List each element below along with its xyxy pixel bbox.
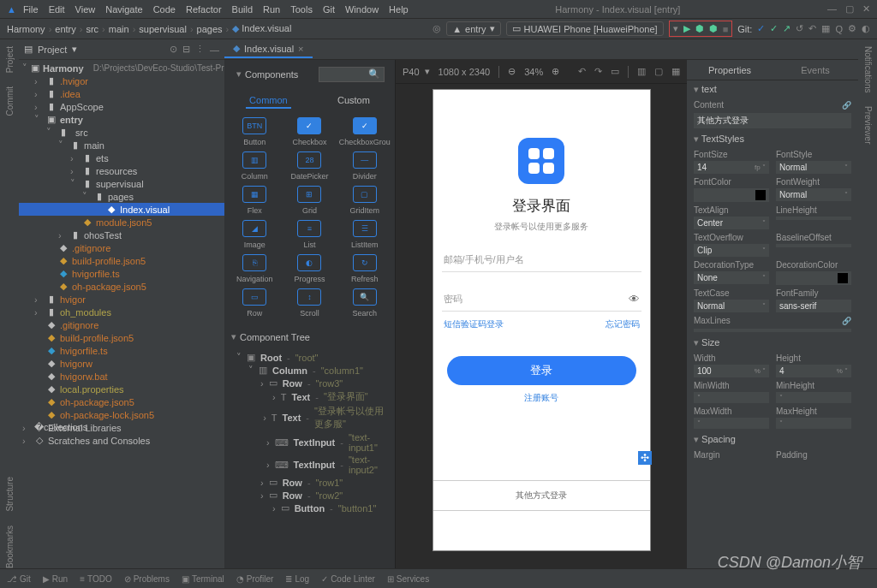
zoom-out-icon[interactable]: ⊖: [508, 66, 516, 77]
component-tree[interactable]: ˅ ▣ Root - "root"˅ ▥ Column - "column1"›…: [224, 347, 395, 568]
subtab-common[interactable]: Common: [246, 93, 291, 109]
layout-icon2[interactable]: ▢: [654, 66, 663, 77]
group-size[interactable]: Size: [687, 334, 858, 352]
comp-search[interactable]: 🔍Search: [338, 288, 391, 318]
other-login[interactable]: 其他方式登录: [433, 480, 650, 511]
crumb-3[interactable]: main: [109, 24, 129, 34]
sb-problems[interactable]: ⊘ Problems: [124, 574, 170, 584]
menu-view[interactable]: View: [75, 4, 96, 15]
menu-run[interactable]: Run: [263, 4, 280, 15]
group-textstyles[interactable]: TextStyles: [687, 130, 858, 148]
ctree-row[interactable]: › ⌨ TextInput - "text-input2": [228, 454, 391, 476]
minwidth-input[interactable]: ˅: [694, 392, 769, 403]
close-icon[interactable]: ✕: [862, 3, 870, 15]
components-header[interactable]: Components: [230, 63, 308, 85]
menu-edit[interactable]: Edit: [49, 4, 65, 15]
git-rollback-icon[interactable]: ↶: [808, 23, 816, 34]
canvas-device[interactable]: P40 ▾: [403, 66, 430, 77]
sb-codelinter[interactable]: ✓ Code Linter: [321, 574, 375, 584]
build-icon[interactable]: ▦: [821, 23, 830, 34]
comp-button[interactable]: BTNButton: [228, 117, 281, 146]
fontstyle-select[interactable]: Normal˅: [776, 161, 851, 174]
crumb-1[interactable]: entry: [55, 24, 75, 34]
forgot-link[interactable]: 忘记密码: [606, 318, 640, 330]
maxwidth-input[interactable]: ˅: [694, 418, 769, 429]
component-tree-header[interactable]: Component Tree: [224, 326, 395, 347]
sb-terminal[interactable]: ▣ Terminal: [182, 574, 224, 584]
menu-navigate[interactable]: Navigate: [105, 4, 142, 15]
menu-git[interactable]: Git: [323, 4, 335, 15]
search-icon[interactable]: Q: [835, 24, 843, 34]
maxheight-input[interactable]: ˅: [776, 418, 851, 429]
crumb-5[interactable]: pages: [197, 24, 223, 34]
comp-listitem[interactable]: ☰ListItem: [338, 220, 391, 249]
ctree-row[interactable]: › T Text - "登录界面": [228, 389, 391, 404]
ctree-row[interactable]: › T Text - "登录帐号以使用更多服": [228, 404, 391, 431]
fontfamily-input[interactable]: sans-serif: [776, 300, 851, 312]
device-icon[interactable]: ▭: [611, 66, 619, 77]
git-push-icon[interactable]: ↗: [783, 23, 790, 34]
comp-flex[interactable]: ▦Flex: [228, 186, 281, 215]
sb-git[interactable]: ⎇ Git: [7, 574, 31, 584]
ctree-row[interactable]: › ▭ Button - "button1": [228, 502, 391, 514]
coverage-icon[interactable]: ⬢: [709, 23, 718, 34]
link-icon[interactable]: 🔗: [842, 101, 851, 110]
dropdown-icon[interactable]: ▾: [673, 23, 678, 34]
comp-refresh[interactable]: ↻Refresh: [338, 254, 391, 283]
comp-checkbox[interactable]: ✓Checkbox: [283, 117, 336, 146]
components-search[interactable]: 🔍: [319, 67, 385, 82]
git-commit-icon[interactable]: ✓: [770, 23, 778, 34]
textalign-select[interactable]: Center˅: [694, 217, 769, 229]
baseline-input[interactable]: [776, 244, 851, 247]
height-input[interactable]: 4% ˅: [776, 365, 851, 377]
comp-progress[interactable]: ◐Progress: [283, 254, 336, 283]
comp-column[interactable]: ▥Column: [228, 151, 281, 181]
stop-icon[interactable]: ■: [723, 24, 729, 34]
sb-log[interactable]: ≣ Log: [285, 574, 309, 584]
menu-window[interactable]: Window: [345, 4, 379, 15]
group-spacing[interactable]: Spacing: [687, 431, 858, 448]
input-username[interactable]: 邮箱/手机号/用户名: [442, 248, 641, 272]
fontsize-input[interactable]: 14fp ˅: [694, 161, 769, 174]
comp-checkboxgroup[interactable]: ✓CheckboxGrou: [338, 117, 391, 146]
comp-datepicker[interactable]: 28DatePicker: [283, 151, 336, 181]
sb-run[interactable]: ▶ Run: [43, 574, 68, 584]
overflow-select[interactable]: Clip˅: [694, 244, 769, 257]
undo-icon[interactable]: ↶: [578, 66, 586, 77]
comp-navigation[interactable]: ⎘Navigation: [228, 254, 281, 283]
editor-tab[interactable]: ◆Index.visual×: [224, 40, 313, 58]
debug-icon[interactable]: ⬢: [695, 23, 704, 34]
menu-file[interactable]: File: [23, 4, 39, 15]
side-bookmarks[interactable]: Bookmarks: [5, 526, 15, 568]
ctree-row[interactable]: ˅ ▣ Root - "root": [228, 351, 391, 364]
side-commit[interactable]: Commit: [5, 86, 15, 116]
width-input[interactable]: 100% ˅: [694, 365, 769, 377]
project-settings-icon[interactable]: ⊙: [170, 44, 177, 55]
project-hide-icon[interactable]: —: [210, 45, 219, 55]
project-toggle-icon[interactable]: ▤: [24, 44, 33, 55]
redo-icon[interactable]: ↷: [594, 66, 602, 77]
phone-preview[interactable]: 登录界面 登录帐号以使用更多服务 邮箱/手机号/用户名 密码👁 短信验证码登录忘…: [433, 89, 651, 551]
menu-build[interactable]: Build: [232, 4, 253, 15]
crumb-0[interactable]: Harmony: [7, 24, 45, 34]
register-link[interactable]: 注册账号: [433, 392, 650, 404]
project-tree[interactable]: ˅▣Harmony D:\Projects\DevEco-Studio\Test…: [19, 60, 224, 568]
subtab-custom[interactable]: Custom: [334, 93, 373, 109]
minheight-input[interactable]: ˅: [776, 392, 851, 403]
run-icon[interactable]: ▶: [683, 23, 690, 34]
sb-todo[interactable]: ≡ TODO: [80, 574, 112, 584]
content-value[interactable]: 其他方式登录: [694, 113, 851, 128]
settings-icon[interactable]: ⚙: [848, 23, 856, 34]
comp-grid[interactable]: ⊞Grid: [283, 186, 336, 215]
crumb-2[interactable]: src: [86, 24, 98, 34]
side-structure[interactable]: Structure: [5, 477, 15, 512]
lineheight-input[interactable]: [776, 217, 851, 220]
tab-events[interactable]: Events: [773, 60, 858, 80]
maxlines-input[interactable]: [694, 329, 851, 332]
add-element-icon[interactable]: ✣: [638, 451, 652, 465]
git-update-icon[interactable]: ✓: [757, 23, 765, 34]
ctree-row[interactable]: ˅ ▥ Column - "column1": [228, 364, 391, 377]
maximize-icon[interactable]: ▢: [845, 3, 854, 15]
ctree-row[interactable]: › ⌨ TextInput - "text-input1": [228, 431, 391, 454]
sb-profiler[interactable]: ◔ Profiler: [236, 574, 274, 584]
